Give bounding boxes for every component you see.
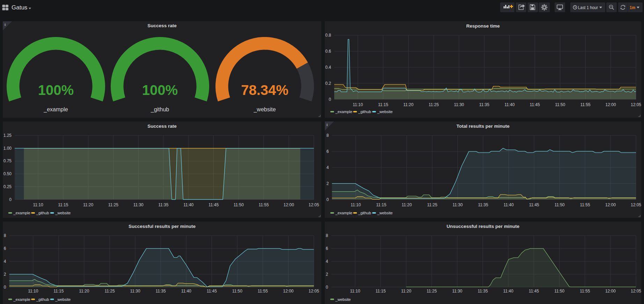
- svg-text:_github: _github: [36, 211, 49, 215]
- svg-text:11:45: 11:45: [208, 202, 219, 207]
- svg-text:Last 1 hour: Last 1 hour: [578, 5, 598, 10]
- svg-text:0.2: 0.2: [325, 81, 331, 86]
- svg-text:Unsuccessful results per minut: Unsuccessful results per minute: [447, 224, 520, 229]
- svg-text:_website: _website: [253, 106, 276, 113]
- svg-text:Response time: Response time: [466, 23, 500, 29]
- svg-text:12:05: 12:05: [309, 289, 319, 294]
- svg-text:0.4: 0.4: [325, 65, 331, 70]
- svg-text:100%: 100%: [142, 82, 178, 98]
- svg-text:_github: _github: [151, 106, 169, 113]
- svg-text:11:50: 11:50: [234, 202, 244, 207]
- svg-text:_github: _github: [358, 211, 371, 215]
- svg-text:78.34%: 78.34%: [241, 82, 288, 98]
- svg-text:11:10: 11:10: [353, 102, 363, 107]
- svg-text:2: 2: [326, 272, 328, 277]
- svg-text:11:40: 11:40: [503, 289, 513, 294]
- svg-text:0: 0: [4, 285, 6, 290]
- svg-text:Successful results per minute: Successful results per minute: [129, 224, 196, 229]
- svg-text:11:20: 11:20: [83, 202, 93, 207]
- svg-text:11:20: 11:20: [401, 289, 411, 294]
- svg-text:11:20: 11:20: [403, 102, 414, 107]
- svg-text:12:05: 12:05: [631, 202, 641, 207]
- svg-text:11:45: 11:45: [529, 202, 539, 207]
- svg-text:1m: 1m: [630, 5, 635, 10]
- svg-text:11:10: 11:10: [351, 202, 361, 207]
- svg-text:4: 4: [4, 259, 6, 264]
- svg-text:Gatus: Gatus: [12, 4, 27, 11]
- svg-text:11:15: 11:15: [378, 102, 388, 107]
- svg-text:11:40: 11:40: [504, 102, 514, 107]
- svg-text:0.75: 0.75: [3, 158, 12, 163]
- svg-text:2: 2: [327, 181, 329, 186]
- svg-text:8: 8: [327, 133, 329, 138]
- svg-text:0.8: 0.8: [325, 33, 331, 38]
- svg-text:11:10: 11:10: [28, 289, 38, 294]
- svg-text:11:50: 11:50: [554, 289, 564, 294]
- svg-text:_website: _website: [55, 297, 71, 302]
- svg-text:11:25: 11:25: [427, 289, 437, 294]
- svg-text:i: i: [5, 22, 6, 27]
- svg-text:1.25: 1.25: [3, 133, 12, 138]
- svg-text:11:45: 11:45: [207, 289, 217, 294]
- svg-text:11:55: 11:55: [258, 202, 269, 207]
- svg-text:4: 4: [326, 259, 328, 264]
- svg-text:_website: _website: [377, 110, 393, 114]
- svg-text:11:15: 11:15: [376, 202, 386, 207]
- svg-text:4: 4: [327, 165, 329, 170]
- svg-text:_example: _example: [43, 106, 68, 113]
- svg-text:11:20: 11:20: [402, 202, 412, 207]
- svg-text:0.50: 0.50: [3, 171, 12, 176]
- svg-text:12:00: 12:00: [283, 289, 293, 294]
- svg-text:_example: _example: [335, 110, 352, 114]
- svg-text:11:35: 11:35: [479, 102, 489, 107]
- svg-text:11:15: 11:15: [53, 289, 64, 294]
- svg-text:_website: _website: [335, 297, 351, 302]
- svg-text:0.6: 0.6: [325, 49, 331, 54]
- svg-text:11:45: 11:45: [530, 102, 540, 107]
- svg-text:11:40: 11:40: [504, 202, 514, 207]
- svg-text:11:30: 11:30: [133, 202, 144, 207]
- svg-text:11:25: 11:25: [427, 202, 437, 207]
- svg-text:_github: _github: [36, 297, 49, 302]
- svg-text:11:15: 11:15: [375, 289, 386, 294]
- svg-text:11:15: 11:15: [58, 202, 68, 207]
- svg-text:8: 8: [326, 233, 328, 238]
- svg-text:_example: _example: [13, 211, 30, 215]
- svg-text:6: 6: [327, 149, 329, 154]
- svg-text:i: i: [327, 123, 328, 127]
- svg-text:12:00: 12:00: [605, 202, 616, 207]
- svg-text:_example: _example: [13, 297, 30, 302]
- svg-text:11:45: 11:45: [529, 289, 539, 294]
- svg-text:0.25: 0.25: [3, 184, 12, 189]
- svg-text:_example: _example: [335, 211, 352, 215]
- svg-text:11:30: 11:30: [130, 289, 140, 294]
- svg-text:100%: 100%: [38, 82, 74, 98]
- svg-text:12:05: 12:05: [631, 102, 641, 107]
- svg-text:Success rate: Success rate: [147, 124, 177, 129]
- svg-text:11:10: 11:10: [350, 289, 360, 294]
- svg-text:12:05: 12:05: [309, 202, 319, 207]
- svg-text:6: 6: [326, 246, 328, 251]
- svg-text:11:55: 11:55: [258, 289, 268, 294]
- svg-text:_github: _github: [358, 110, 371, 114]
- svg-text:11:40: 11:40: [181, 289, 191, 294]
- svg-text:11:25: 11:25: [108, 202, 118, 207]
- svg-text:11:20: 11:20: [79, 289, 89, 294]
- svg-text:11:25: 11:25: [429, 102, 439, 107]
- svg-text:1.00: 1.00: [3, 146, 12, 151]
- svg-text:12:00: 12:00: [605, 289, 616, 294]
- svg-text:11:25: 11:25: [104, 289, 115, 294]
- svg-text:Success rate: Success rate: [147, 23, 177, 28]
- svg-text:11:55: 11:55: [580, 202, 590, 207]
- svg-text:12:00: 12:00: [284, 202, 294, 207]
- svg-text:0: 0: [329, 97, 331, 102]
- svg-text:11:50: 11:50: [555, 202, 565, 207]
- svg-text:11:30: 11:30: [452, 289, 462, 294]
- svg-text:0: 0: [327, 197, 329, 202]
- svg-text:11:35: 11:35: [478, 202, 488, 207]
- svg-text:11:30: 11:30: [454, 102, 464, 107]
- svg-text:11:55: 11:55: [580, 289, 590, 294]
- svg-text:11:50: 11:50: [232, 289, 242, 294]
- svg-text:12:00: 12:00: [606, 102, 616, 107]
- svg-text:11:30: 11:30: [453, 202, 463, 207]
